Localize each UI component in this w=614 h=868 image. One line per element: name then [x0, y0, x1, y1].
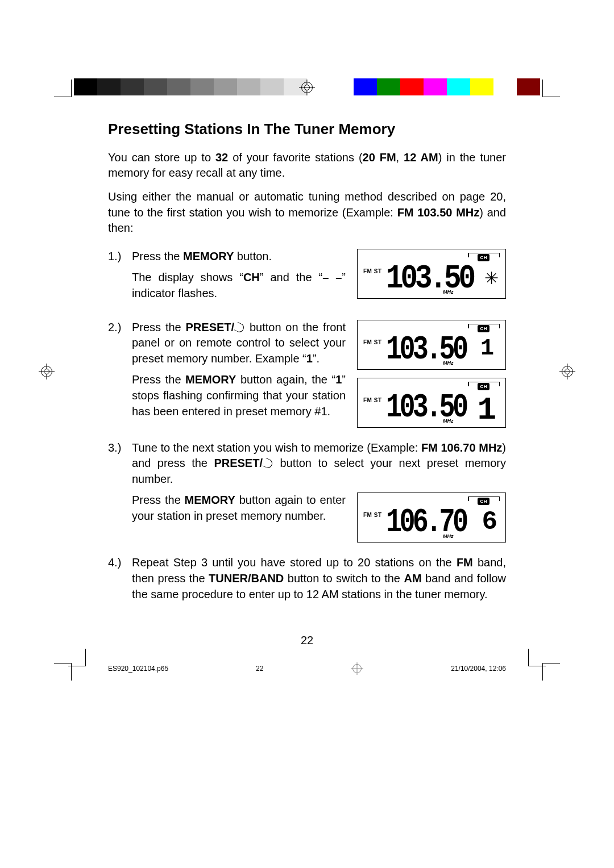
mhz-label: MHz — [443, 289, 454, 295]
mhz-label: MHz — [443, 360, 454, 366]
section-heading: Presetting Stations In The Tuner Memory — [108, 119, 506, 140]
step-number: 1.) — [108, 249, 121, 265]
lcd-display-3: CH FM ST 103.50 MHz 1 — [357, 378, 506, 428]
lcd-display-1: CH FM ST 103.50 MHz ✳ — [357, 249, 506, 299]
mhz-label: MHz — [443, 533, 454, 540]
mhz-label: MHz — [443, 418, 454, 424]
page-content: Presetting Stations In The Tuner Memory … — [108, 119, 506, 608]
fm-st-label: FM ST — [363, 397, 382, 404]
crop-mark-icon — [54, 80, 72, 97]
fm-st-label: FM ST — [363, 268, 382, 276]
step-3: 3.) Tune to the next station you wish to… — [108, 440, 506, 543]
fm-st-label: FM ST — [363, 339, 382, 347]
footer-filename: ES920_102104.p65 — [108, 664, 168, 674]
crop-mark-icon — [68, 649, 86, 666]
lcd-display-4: CH FM ST 106.70 MHz 6 — [357, 493, 506, 542]
footer-date: 21/10/2004, 12:06 — [451, 664, 506, 674]
step-2: 2.) Press the PRESET/ button on the fron… — [108, 320, 506, 428]
registration-mark-icon — [351, 662, 363, 675]
flash-indicator-icon: ✳ — [484, 266, 499, 290]
registration-mark-icon — [39, 364, 55, 379]
page-number: 22 — [301, 633, 313, 649]
step-4: 4.) Repeat Step 3 until you have stored … — [108, 555, 506, 602]
footer-page: 22 — [256, 664, 263, 674]
registration-mark-icon — [299, 80, 315, 95]
lcd-display-2: CH FM ST 103.50 MHz 1 — [357, 320, 506, 370]
step-number: 4.) — [108, 555, 121, 571]
step-number: 2.) — [108, 320, 121, 336]
frequency-value: 103.50 — [386, 384, 466, 431]
frequency-value: 103.50 — [386, 326, 466, 373]
ch-badge: CH — [478, 254, 489, 261]
registration-mark-icon — [559, 364, 575, 379]
frequency-value: 103.50 — [386, 255, 473, 302]
step-number: 3.) — [108, 440, 121, 456]
frequency-value: 106.70 — [386, 499, 466, 546]
intro-paragraph-2: Using either the manual or automatic tun… — [108, 189, 506, 236]
preset-icon — [262, 458, 273, 470]
intro-paragraph-1: You can store up to 32 of your favorite … — [108, 150, 506, 181]
preset-icon — [234, 322, 245, 333]
crop-mark-icon — [542, 80, 560, 97]
preset-number: 1 — [477, 389, 496, 432]
preset-number: 6 — [482, 504, 497, 540]
step-1: 1.) Press the MEMORY button. The display… — [108, 249, 506, 307]
crop-mark-icon — [528, 649, 546, 666]
ch-badge: CH — [478, 325, 489, 332]
fm-st-label: FM ST — [363, 511, 382, 519]
page-footer: ES920_102104.p65 22 21/10/2004, 12:06 — [108, 662, 506, 675]
preset-number: 1 — [480, 333, 494, 364]
